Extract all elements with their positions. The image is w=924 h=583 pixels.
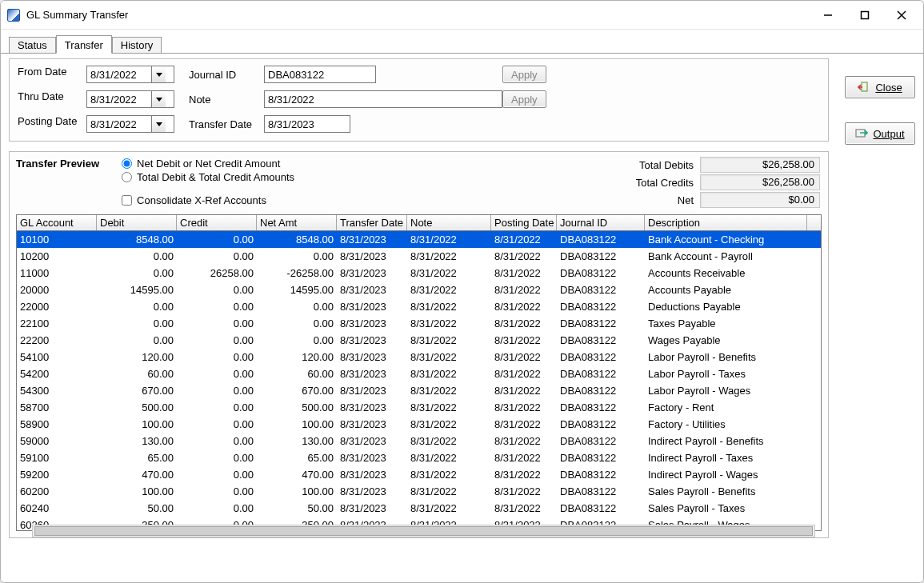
col-description[interactable]: Description xyxy=(645,215,807,230)
col-net-amt[interactable]: Net Amt xyxy=(257,215,337,230)
maximize-button[interactable] xyxy=(846,3,883,27)
posting-date-field[interactable] xyxy=(86,115,174,133)
col-transfer-date[interactable]: Transfer Date xyxy=(337,215,407,230)
cell-td: 8/31/2023 xyxy=(337,416,407,433)
table-row[interactable]: 110000.0026258.00-26258.008/31/20238/31/… xyxy=(17,265,821,282)
cell-td: 8/31/2023 xyxy=(337,265,407,282)
cell-credit: 0.00 xyxy=(177,483,257,500)
cell-debit: 0.00 xyxy=(97,315,177,332)
table-row[interactable]: 58700500.000.00500.008/31/20238/31/20228… xyxy=(17,399,821,416)
cell-acct: 58700 xyxy=(17,399,97,416)
net-amount-radio-input[interactable] xyxy=(122,158,132,169)
cell-jid: DBA083122 xyxy=(557,248,645,265)
cell-note: 8/31/2022 xyxy=(407,231,491,248)
tab-status[interactable]: Status xyxy=(9,37,56,54)
cell-pd: 8/31/2022 xyxy=(491,265,557,282)
note-apply-button[interactable]: Apply xyxy=(502,90,546,108)
cell-jid: DBA083122 xyxy=(557,231,645,248)
cell-net: 60.00 xyxy=(257,365,337,382)
cell-net: 500.00 xyxy=(257,399,337,416)
close-window-button[interactable] xyxy=(883,3,920,27)
cell-debit: 0.00 xyxy=(97,265,177,282)
posting-date-dropdown-icon[interactable] xyxy=(151,116,166,132)
cell-credit: 0.00 xyxy=(177,231,257,248)
cell-td: 8/31/2023 xyxy=(337,365,407,382)
cell-td: 8/31/2023 xyxy=(337,315,407,332)
col-debit[interactable]: Debit xyxy=(97,215,177,230)
col-posting-date[interactable]: Posting Date xyxy=(491,215,557,230)
table-row[interactable]: 221000.000.000.008/31/20238/31/20228/31/… xyxy=(17,315,821,332)
output-button[interactable]: Output xyxy=(845,122,915,145)
from-date-field[interactable] xyxy=(86,66,174,83)
table-row[interactable]: 5910065.000.0065.008/31/20238/31/20228/3… xyxy=(17,449,821,466)
total-amounts-radio-label: Total Debit & Total Credit Amounts xyxy=(137,171,294,183)
minimize-button[interactable] xyxy=(810,3,846,27)
thru-date-label: Thru Date xyxy=(18,90,86,108)
table-row[interactable]: 59000130.000.00130.008/31/20238/31/20228… xyxy=(17,433,821,449)
table-row[interactable]: 54300670.000.00670.008/31/20238/31/20228… xyxy=(17,382,821,399)
cell-note: 8/31/2022 xyxy=(407,282,491,298)
table-row[interactable]: 220000.000.000.008/31/20238/31/20228/31/… xyxy=(17,298,821,315)
table-row[interactable]: 54100120.000.00120.008/31/20238/31/20228… xyxy=(17,349,821,365)
net-amount-radio[interactable]: Net Debit or Net Credit Amount xyxy=(122,158,294,170)
consolidate-checkbox-input[interactable] xyxy=(122,195,132,206)
col-gl-account[interactable]: GL Account xyxy=(17,215,97,230)
table-row[interactable]: 5420060.000.0060.008/31/20238/31/20228/3… xyxy=(17,365,821,382)
cell-debit: 100.00 xyxy=(97,483,177,500)
cell-pd: 8/31/2022 xyxy=(491,231,557,248)
note-input[interactable] xyxy=(264,90,502,108)
cell-acct: 22000 xyxy=(17,298,97,315)
tab-history[interactable]: History xyxy=(112,37,162,54)
cell-jid: DBA083122 xyxy=(557,433,645,449)
tab-transfer[interactable]: Transfer xyxy=(56,35,112,54)
cell-acct: 59200 xyxy=(17,466,97,483)
table-row[interactable]: 102000.000.000.008/31/20238/31/20228/31/… xyxy=(17,248,821,265)
cell-net: -26258.00 xyxy=(257,265,337,282)
thru-date-field[interactable] xyxy=(86,90,174,108)
close-button[interactable]: Close xyxy=(845,76,915,98)
titlebar: GL Summary Transfer xyxy=(1,1,923,30)
table-row[interactable]: 101008548.000.008548.008/31/20238/31/202… xyxy=(17,231,821,248)
cell-debit: 0.00 xyxy=(97,248,177,265)
from-date-label: From Date xyxy=(18,66,86,83)
grid-body[interactable]: 101008548.000.008548.008/31/20238/31/202… xyxy=(17,231,821,529)
table-row[interactable]: 60200100.000.00100.008/31/20238/31/20228… xyxy=(17,483,821,500)
table-row[interactable]: 2000014595.000.0014595.008/31/20238/31/2… xyxy=(17,282,821,298)
svg-marker-7 xyxy=(156,98,162,102)
from-date-input[interactable] xyxy=(87,66,151,82)
consolidate-checkbox[interactable]: Consolidate X-Ref Accounts xyxy=(122,194,294,206)
thru-date-input[interactable] xyxy=(87,91,151,107)
cell-acct: 10200 xyxy=(17,248,97,265)
total-debits-value: $26,258.00 xyxy=(700,157,820,173)
cell-desc: Taxes Payable xyxy=(645,315,807,332)
cell-debit: 65.00 xyxy=(97,449,177,466)
journal-id-input[interactable] xyxy=(264,66,376,83)
thru-date-dropdown-icon[interactable] xyxy=(151,91,166,107)
table-row[interactable]: 6024050.000.0050.008/31/20238/31/20228/3… xyxy=(17,500,821,517)
from-date-dropdown-icon[interactable] xyxy=(151,66,166,82)
table-row[interactable]: 59200470.000.00470.008/31/20238/31/20228… xyxy=(17,466,821,483)
table-row[interactable]: 58900100.000.00100.008/31/20238/31/20228… xyxy=(17,416,821,433)
cell-desc: Bank Account - Payroll xyxy=(645,248,807,265)
col-journal-id[interactable]: Journal ID xyxy=(557,215,645,230)
horizontal-scrollbar[interactable] xyxy=(32,525,815,537)
cell-debit: 50.00 xyxy=(97,500,177,517)
cell-jid: DBA083122 xyxy=(557,416,645,433)
cell-jid: DBA083122 xyxy=(557,265,645,282)
table-row[interactable]: 222000.000.000.008/31/20238/31/20228/31/… xyxy=(17,332,821,349)
cell-td: 8/31/2023 xyxy=(337,399,407,416)
preview-grid[interactable]: GL Account Debit Credit Net Amt Transfer… xyxy=(16,214,822,531)
total-amounts-radio[interactable]: Total Debit & Total Credit Amounts xyxy=(122,171,294,183)
cell-credit: 0.00 xyxy=(177,332,257,349)
journal-apply-button[interactable]: Apply xyxy=(502,66,546,83)
cell-desc: Factory - Utilities xyxy=(645,416,807,433)
svg-marker-8 xyxy=(156,122,162,126)
cell-credit: 0.00 xyxy=(177,399,257,416)
total-amounts-radio-input[interactable] xyxy=(122,172,132,182)
posting-date-input[interactable] xyxy=(87,116,151,132)
transfer-date-input[interactable] xyxy=(264,115,350,133)
col-note[interactable]: Note xyxy=(407,215,491,230)
col-credit[interactable]: Credit xyxy=(177,215,257,230)
scrollbar-thumb[interactable] xyxy=(34,526,813,536)
cell-credit: 0.00 xyxy=(177,349,257,365)
